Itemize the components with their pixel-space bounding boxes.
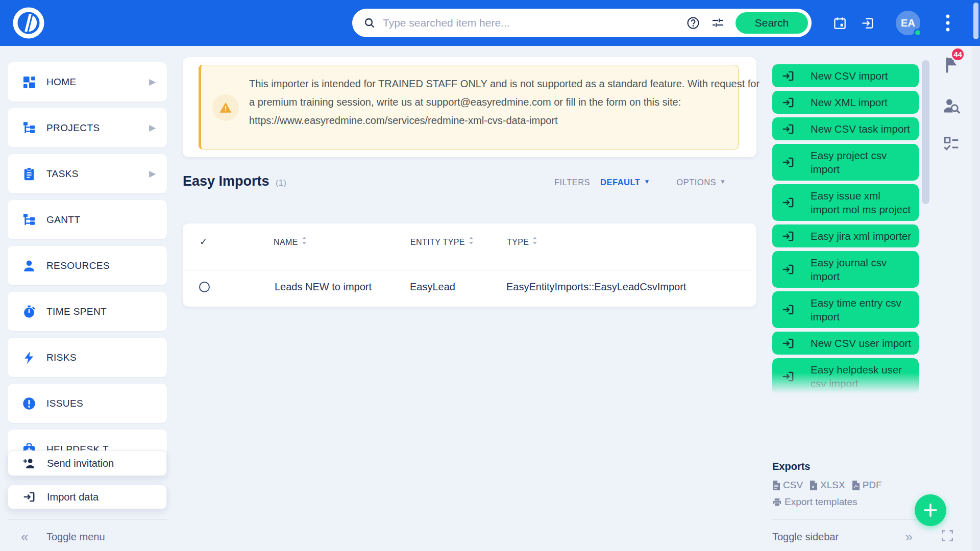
- button-label: Easy time entry csv import: [811, 296, 912, 323]
- avatar[interactable]: EA: [896, 11, 920, 35]
- filters-label[interactable]: FILTERS: [554, 178, 590, 187]
- svg-text:x: x: [812, 484, 814, 489]
- sidebar-item-time-spent[interactable]: TIME SPENT: [8, 292, 167, 331]
- send-invitation-label: Send invitation: [47, 458, 114, 469]
- chevron-right-icon: ▶: [149, 122, 156, 133]
- add-button[interactable]: [915, 494, 946, 526]
- person-plus-icon: [22, 457, 36, 470]
- sidebar-item-gantt[interactable]: GANTT: [8, 200, 167, 239]
- toggle-menu-button[interactable]: « Toggle menu: [8, 528, 167, 546]
- export-csv-link[interactable]: CSV: [772, 480, 803, 491]
- app-logo[interactable]: [11, 6, 46, 40]
- sort-icon[interactable]: [532, 237, 537, 244]
- more-menu-icon[interactable]: [946, 0, 950, 46]
- chevron-right-icon: ▶: [149, 77, 156, 87]
- new-xml-import-button[interactable]: New XML import: [772, 91, 919, 114]
- dashboard-icon: [22, 75, 36, 89]
- logout-icon[interactable]: [861, 0, 874, 46]
- sidebar-item-label: ISSUES: [46, 398, 83, 409]
- import-icon: [781, 230, 795, 243]
- button-label: Easy issue xml import mol ms project: [811, 189, 912, 216]
- import-icon: [781, 263, 795, 276]
- column-header-name[interactable]: NAME: [274, 237, 307, 247]
- flag-badge-count: 44: [953, 50, 962, 59]
- double-chevron-left-icon: «: [21, 530, 28, 543]
- fullscreen-icon[interactable]: [941, 529, 954, 542]
- button-label: New CSV task import: [811, 122, 910, 136]
- easy-jira-xml-importer-button[interactable]: Easy jira xml importer: [772, 224, 919, 247]
- sidebar-item-label: HOME: [46, 77, 77, 88]
- online-status-dot: [914, 29, 922, 37]
- checklist-icon[interactable]: [943, 135, 960, 152]
- sidebar-item-label: PROJECTS: [46, 122, 100, 134]
- chevron-down-icon[interactable]: ▼: [644, 178, 650, 185]
- import-icon: [781, 370, 795, 383]
- export-templates-link[interactable]: Export templates: [772, 496, 857, 508]
- button-label: New CSV import: [811, 69, 888, 83]
- bolt-icon: [22, 350, 36, 365]
- search-icon: [363, 17, 376, 29]
- import-icon: [781, 156, 795, 169]
- easy-time-entry-csv-import-button[interactable]: Easy time entry csv import: [772, 291, 919, 328]
- import-icon: [781, 96, 795, 109]
- sort-icon[interactable]: [469, 237, 474, 244]
- calendar-icon[interactable]: [833, 0, 847, 46]
- chevron-down-icon[interactable]: ▼: [720, 178, 726, 185]
- sidebar-item-label: RISKS: [46, 352, 77, 363]
- search-button[interactable]: Search: [736, 12, 808, 34]
- sidebar-item-home[interactable]: HOME ▶: [8, 62, 167, 102]
- page-scrollbar-thumb[interactable]: [973, 3, 978, 39]
- imports-table: ✓ NAME ENTITY TYPE TYPE Leads NEW to imp…: [183, 223, 756, 307]
- sidebar-item-projects[interactable]: PROJECTS ▶: [8, 108, 167, 147]
- sort-icon[interactable]: [302, 237, 307, 244]
- alert-circle-icon: [22, 396, 36, 411]
- toggle-sidebar-button[interactable]: Toggle sidebar »: [772, 528, 919, 546]
- sidebar-item-label: GANTT: [46, 214, 80, 226]
- page-title-count: (1): [276, 178, 286, 188]
- filter-value-dropdown[interactable]: DEFAULT: [600, 178, 640, 187]
- easy-helpdesk-user-csv-import-button[interactable]: Easy helpdesk user csv import: [772, 358, 919, 395]
- sidebar-item-label: RESOURCES: [46, 260, 110, 271]
- export-formats-row: CSV x XLSX PDF: [772, 480, 919, 491]
- printer-icon: [772, 497, 782, 507]
- easy-project-csv-import-button[interactable]: Easy project csv import: [772, 144, 919, 181]
- sidebar-divider: [8, 519, 167, 520]
- new-csv-import-button[interactable]: New CSV import: [772, 64, 919, 87]
- import-data-button[interactable]: Import data: [8, 485, 167, 509]
- file-xlsx-icon: x: [810, 481, 818, 490]
- avatar-initials: EA: [901, 17, 915, 29]
- cell-name[interactable]: Leads NEW to import: [275, 281, 372, 293]
- send-invitation-button[interactable]: Send invitation: [8, 450, 167, 476]
- new-csv-user-import-button[interactable]: New CSV user import: [772, 332, 919, 355]
- clipboard-icon: [22, 167, 36, 181]
- search-help-icon[interactable]: [687, 16, 700, 30]
- import-icon: [781, 122, 795, 136]
- search-input[interactable]: [383, 17, 687, 29]
- column-header-entity-type[interactable]: ENTITY TYPE: [410, 237, 474, 247]
- row-checkbox[interactable]: [199, 282, 210, 292]
- sidebar-item-issues[interactable]: ISSUES: [8, 384, 167, 423]
- new-csv-task-import-button[interactable]: New CSV task import: [772, 117, 919, 140]
- export-format-label: XLSX: [820, 480, 845, 491]
- export-pdf-link[interactable]: PDF: [852, 480, 882, 491]
- sidebar-item-resources[interactable]: RESOURCES: [8, 246, 167, 285]
- sidebar-item-risks[interactable]: RISKS: [8, 338, 167, 377]
- person-search-icon[interactable]: [942, 96, 961, 115]
- sidebar-item-tasks[interactable]: TASKS ▶: [8, 154, 167, 193]
- easy-issue-xml-import-button[interactable]: Easy issue xml import mol ms project: [772, 184, 919, 221]
- page-scrollbar-track[interactable]: [972, 46, 980, 551]
- button-label: New CSV user import: [811, 336, 911, 350]
- button-label: New XML import: [811, 95, 888, 109]
- easy-journal-csv-import-button[interactable]: Easy journal csv import: [772, 251, 919, 288]
- column-header-type[interactable]: TYPE: [507, 237, 537, 247]
- warning-card: This importer is intended for TRAINED ST…: [183, 57, 756, 157]
- export-templates-label: Export templates: [785, 496, 857, 508]
- select-all-check-icon[interactable]: ✓: [200, 236, 207, 247]
- file-pdf-icon: [852, 481, 860, 490]
- export-xlsx-link[interactable]: x XLSX: [810, 480, 845, 491]
- options-dropdown[interactable]: OPTIONS: [676, 178, 716, 187]
- cell-entity-type: EasyLead: [410, 281, 455, 293]
- search-filters-icon[interactable]: [711, 16, 724, 30]
- right-sidebar-scrollbar[interactable]: [922, 60, 929, 204]
- sidebar-item-label: TIME SPENT: [46, 306, 107, 317]
